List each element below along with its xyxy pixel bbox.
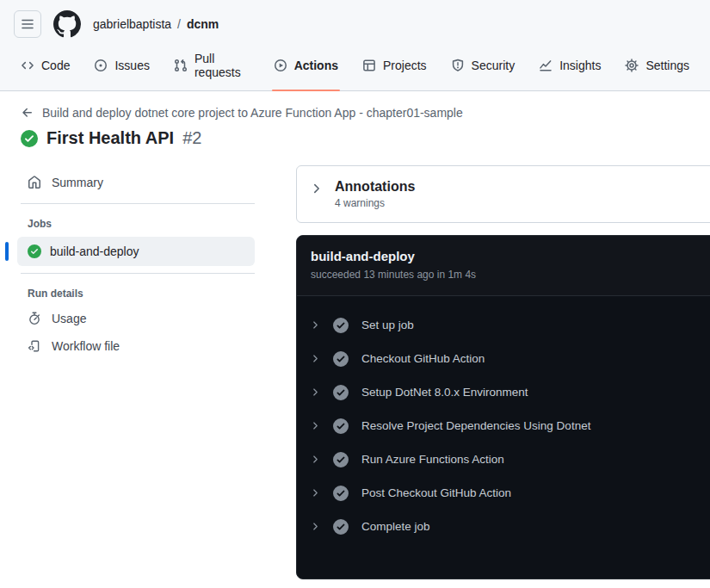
sidebar-item-label: Workflow file [52,339,120,353]
chevron-right-icon [311,320,320,330]
tab-security[interactable]: Security [442,43,524,90]
breadcrumb-separator: / [177,17,181,31]
check-circle-icon [333,385,349,400]
tab-label: Pull requests [194,52,250,79]
tab-pull-requests[interactable]: Pull requests [165,43,258,90]
tab-label: Issues [114,59,149,72]
step-label: Post Checkout GitHub Action [361,486,511,499]
run-title-row: First Health API #2 [21,128,689,148]
tab-projects[interactable]: Projects [354,43,435,90]
job-log-panel: build-and-deploy succeeded 13 minutes ag… [296,235,710,579]
tab-label: Insights [559,59,601,72]
tab-issues[interactable]: Issues [85,43,157,90]
chevron-right-icon[interactable] [311,183,323,195]
job-log-status: succeeded 13 minutes ago in 1m 4s [311,269,710,281]
tab-settings[interactable]: Settings [616,43,698,90]
breadcrumb-owner-link[interactable]: gabrielbaptista [93,17,171,31]
step-row-set-up-job[interactable]: Set up job [311,308,710,342]
job-log-header: build-and-deploy succeeded 13 minutes ag… [297,236,710,296]
global-bar: gabrielbaptista / dcnm [0,0,710,43]
hamburger-menu-button[interactable] [14,10,41,38]
step-label: Complete job [361,520,430,533]
check-circle-icon [21,130,38,147]
step-row-checkout[interactable]: Checkout GitHub Action [311,342,710,375]
git-pull-request-icon [174,59,188,72]
sidebar-divider [21,273,255,274]
breadcrumb: gabrielbaptista / dcnm [93,17,219,31]
graph-icon [539,59,553,72]
annotations-card: Annotations 4 warnings [296,165,710,223]
step-label: Run Azure Functions Action [361,453,504,466]
check-circle-icon [333,519,349,535]
annotations-warning-count: 4 warnings [335,197,415,209]
check-circle-icon [333,318,349,333]
github-octocat-icon[interactable] [53,10,81,38]
sidebar-divider [21,203,255,204]
step-row-complete-job[interactable]: Complete job [311,510,710,543]
jobs-section-label: Jobs [21,211,255,235]
step-label: Resolve Project Dependencies Using Dotne… [361,419,590,432]
step-label: Setup DotNet 8.0.x Environment [361,386,528,399]
job-log-title: build-and-deploy [311,249,710,263]
shield-icon [451,59,465,72]
chevron-right-icon [311,522,320,531]
chevron-right-icon [311,387,320,397]
workflow-file-icon [28,339,41,353]
run-details-section-label: Run details [21,281,255,305]
run-number: #2 [182,128,201,148]
check-circle-icon [333,418,349,434]
chevron-right-icon [311,421,320,430]
issue-opened-icon [94,59,108,72]
workflow-back-link[interactable]: Build and deploy dotnet core project to … [21,106,689,120]
chevron-right-icon [311,354,320,363]
run-title: First Health API [46,128,174,148]
gear-icon [625,59,639,72]
arrow-left-icon [21,106,34,120]
tab-actions[interactable]: Actions [265,43,347,90]
tab-insights[interactable]: Insights [530,43,609,90]
tab-label: Projects [383,59,427,72]
workflow-name: Build and deploy dotnet core project to … [42,106,463,120]
hamburger-icon [21,17,34,31]
content-area: Summary Jobs build-and-deploy Run detail… [0,153,710,579]
chevron-right-icon [311,455,320,464]
chevron-right-icon [311,488,320,498]
annotations-text: Annotations 4 warnings [335,179,415,209]
run-main: Annotations 4 warnings build-and-deploy … [296,165,710,579]
job-steps-list: Set up job Checkout GitHub Action Setup … [297,296,710,567]
app-header: gabrielbaptista / dcnm Code Issues Pull … [0,0,710,91]
job-name: build-and-deploy [50,244,139,258]
tab-label: Security [472,59,516,72]
sidebar-job-build-and-deploy[interactable]: build-and-deploy [17,237,255,266]
step-label: Set up job [361,319,414,331]
sidebar-item-usage[interactable]: Usage [21,305,255,332]
run-header: Build and deploy dotnet core project to … [0,91,710,153]
breadcrumb-repo-link[interactable]: dcnm [187,17,219,31]
stopwatch-icon [28,312,41,325]
check-circle-icon [28,244,41,258]
tab-label: Settings [645,59,689,72]
step-row-resolve-dependencies[interactable]: Resolve Project Dependencies Using Dotne… [311,409,710,443]
step-row-post-checkout[interactable]: Post Checkout GitHub Action [311,476,710,510]
sidebar-item-summary[interactable]: Summary [21,169,255,196]
home-icon [28,176,41,189]
step-label: Checkout GitHub Action [361,352,485,365]
tab-label: Code [41,59,70,72]
table-icon [362,59,376,72]
run-sidebar: Summary Jobs build-and-deploy Run detail… [21,165,255,579]
play-circle-icon [274,59,287,72]
tab-label: Actions [294,59,338,72]
tab-code[interactable]: Code [12,43,78,90]
step-row-run-azure-functions[interactable]: Run Azure Functions Action [311,443,710,476]
check-circle-icon [333,452,349,467]
annotations-title: Annotations [335,179,415,195]
check-circle-icon [333,486,349,501]
sidebar-item-workflow-file[interactable]: Workflow file [21,332,255,360]
step-row-setup-dotnet[interactable]: Setup DotNet 8.0.x Environment [311,375,710,409]
sidebar-item-label: Usage [52,312,86,325]
sidebar-item-label: Summary [52,176,103,189]
check-circle-icon [333,351,349,367]
repo-nav: Code Issues Pull requests Actions Projec… [0,43,710,91]
code-icon [21,59,34,72]
